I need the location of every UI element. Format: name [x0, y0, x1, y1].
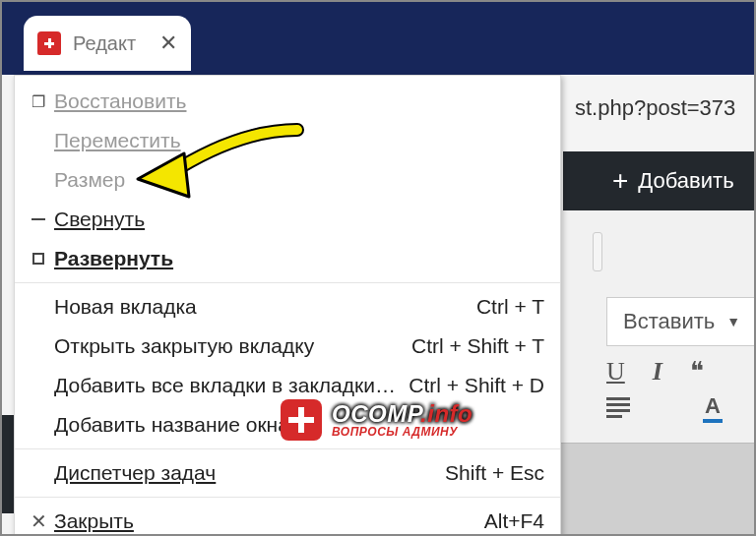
text-color-icon[interactable]: A: [705, 393, 721, 419]
window: Редакт ✕ st.php?post=373 + Добавить Вста…: [2, 2, 754, 534]
menu-reopen-tab-shortcut: Ctrl + Shift + T: [411, 334, 544, 358]
tab-close-button[interactable]: ✕: [159, 32, 177, 54]
menu-maximize-label: Развернуть: [54, 247, 173, 269]
tab-title: Редакт: [73, 32, 136, 55]
menu-minimize-label: Свернуть: [54, 208, 145, 230]
editor-toolbar-row1: U I ❝: [606, 356, 704, 387]
menu-close[interactable]: ✕ Закрыть Alt+F4: [15, 502, 560, 536]
truncated-button[interactable]: [593, 232, 602, 271]
menu-reopen-tab-label: Открыть закрытую вкладку: [54, 334, 411, 358]
menu-bookmark-all-shortcut: Ctrl + Shift + D: [409, 374, 544, 397]
menu-task-manager-label: Диспетчер задач: [54, 461, 216, 484]
watermark-logo-icon: [281, 399, 322, 441]
menu-close-shortcut: Alt+F4: [484, 509, 544, 533]
menu-restore: ❐ Восстановить: [15, 82, 560, 121]
italic-icon[interactable]: I: [653, 357, 662, 387]
close-icon: ✕: [23, 511, 54, 531]
menu-new-tab-label: Новая вкладка: [54, 295, 476, 319]
restore-icon: ❐: [23, 92, 54, 111]
menu-move-label: Переместить: [54, 129, 181, 151]
insert-dropdown[interactable]: Вставить ▼: [606, 297, 756, 346]
menu-size: Размер: [15, 160, 560, 200]
menu-new-tab[interactable]: Новая вкладка Ctrl + T: [15, 287, 560, 327]
menu-restore-label: Восстановить: [54, 89, 186, 112]
browser-tab[interactable]: Редакт ✕: [24, 16, 191, 71]
menu-new-tab-shortcut: Ctrl + T: [476, 295, 544, 319]
add-new-button[interactable]: Добавить: [638, 168, 733, 194]
plus-icon: +: [612, 165, 628, 197]
maximize-icon: [23, 253, 54, 265]
menu-size-label: Размер: [54, 168, 544, 192]
insert-label: Вставить: [623, 309, 715, 334]
menu-close-label: Закрыть: [54, 509, 134, 532]
caret-down-icon: ▼: [726, 314, 740, 329]
minimize-icon: [23, 218, 54, 220]
window-context-menu: ❐ Восстановить Переместить Размер Сверну…: [14, 75, 561, 536]
menu-separator: [15, 497, 560, 498]
menu-task-manager-shortcut: Shift + Esc: [445, 461, 544, 485]
watermark-brand: OCOMP.info: [332, 402, 472, 426]
menu-move: Переместить: [15, 121, 560, 160]
watermark: OCOMP.info ВОПРОСЫ АДМИНУ: [281, 399, 472, 441]
menu-bookmark-all-label: Добавить все вкладки в закладки…: [54, 374, 409, 397]
menu-separator: [15, 282, 560, 283]
blockquote-icon[interactable]: ❝: [690, 356, 704, 387]
menu-maximize[interactable]: Развернуть: [15, 239, 560, 278]
menu-task-manager[interactable]: Диспетчер задач Shift + Esc: [15, 453, 560, 493]
menu-minimize[interactable]: Свернуть: [15, 200, 560, 239]
watermark-tagline: ВОПРОСЫ АДМИНУ: [332, 426, 472, 438]
justify-icon[interactable]: [606, 397, 630, 415]
tab-favicon-icon: [37, 31, 61, 55]
underline-icon[interactable]: U: [606, 357, 625, 387]
menu-reopen-tab[interactable]: Открыть закрытую вкладку Ctrl + Shift + …: [15, 327, 560, 366]
addressbar-fragment[interactable]: st.php?post=373: [575, 95, 735, 121]
browser-titlebar: Редакт ✕: [2, 2, 754, 75]
editor-toolbar-row2: A: [606, 393, 721, 419]
menu-separator: [15, 448, 560, 449]
wp-admin-bar: + Добавить: [563, 151, 754, 210]
